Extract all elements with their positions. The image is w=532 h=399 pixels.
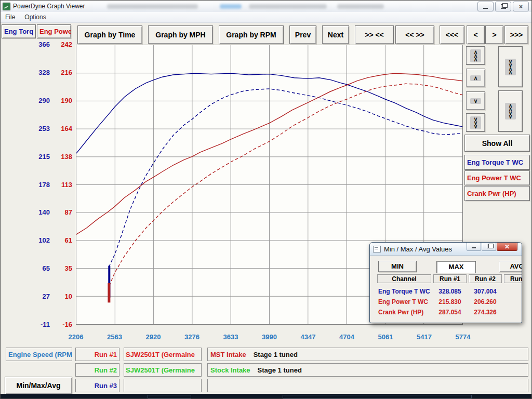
y-tick-power: 10 <box>50 292 72 300</box>
redacted-text <box>337 4 384 9</box>
dialog-minimize-button[interactable] <box>467 243 481 251</box>
minmax-dialog-body: MINMAXAVGChannelRun #1Run #2Run #3Eng To… <box>370 256 522 323</box>
channel-button-0[interactable]: Eng Torque T WC <box>464 155 530 170</box>
run-file-box-2[interactable]: SJW2501T (Germaine <box>124 363 202 377</box>
chevron-icon: ∧∧∨∨ <box>505 103 515 119</box>
minmax-dialog-titlebar[interactable]: Min / Max / Avg Values ✕ <box>370 243 522 256</box>
menu-options[interactable]: Options <box>20 12 50 22</box>
dialog-close-icon: ✕ <box>504 243 510 250</box>
max-value-run1: 215.830 <box>433 298 467 305</box>
y-tick-torque: 366 <box>28 41 50 48</box>
channel-button-1[interactable]: Eng Power T WC <box>464 170 530 185</box>
y-tick-torque: 102 <box>28 236 50 244</box>
y-tick-torque: 290 <box>28 97 50 104</box>
scroll-button-tall-1[interactable]: ∧∧∨∨ <box>498 90 523 132</box>
x-tick-rpm: 4347 <box>291 333 325 341</box>
toolbar-button-[interactable]: >> << <box>355 25 394 44</box>
note-text: Stage 1 tuned <box>254 351 298 358</box>
minmaxavg-label: Min/Max/Avg <box>16 381 60 390</box>
y-tick-power: 138 <box>50 153 72 161</box>
run-label-box-2[interactable]: Run #2 <box>75 363 119 377</box>
scroll-button-tall-0[interactable]: ∨∨∧∧ <box>498 46 523 87</box>
toolbar-button-next[interactable]: Next <box>322 25 349 44</box>
max-value-run1: 328.085 <box>433 288 467 295</box>
note-tag-label: Stock Intake <box>210 366 250 374</box>
show-all-label: Show All <box>482 139 513 148</box>
toolbar-button-[interactable]: < <box>467 25 485 44</box>
menu-bar: File Options <box>1 12 531 23</box>
max-value-run2: 274.326 <box>469 309 502 316</box>
minmax-dialog-title: Min / Max / Avg Values <box>384 245 452 253</box>
minimize-button[interactable] <box>477 2 494 11</box>
redacted-text-highlighted <box>220 4 242 9</box>
toolbar-button-[interactable]: > <box>485 25 503 44</box>
run-file-label: SJW2501T (Germaine <box>126 351 195 358</box>
run-label: Run #1 <box>95 351 117 358</box>
y-tick-torque: 253 <box>28 125 50 132</box>
toolbar-button-prev[interactable]: Prev <box>289 25 316 44</box>
x-tick-rpm: 3990 <box>253 333 286 341</box>
y-tick-power: -16 <box>50 321 72 328</box>
chevron-glyph: ∨ <box>473 99 477 103</box>
tab-eng-torque-label: Eng Torq <box>4 28 33 35</box>
y-tick-power: 35 <box>50 264 72 272</box>
column-header-0: Channel <box>377 274 431 283</box>
y-tick-torque: 328 <box>28 69 50 76</box>
y-tick-power: 113 <box>50 181 72 189</box>
mode-button-avg[interactable]: AVG <box>499 261 522 272</box>
minmaxavg-button[interactable]: Min/Max/Avg <box>5 377 72 394</box>
run-note-box-1[interactable]: MST IntakeStage 1 tuned <box>207 348 528 361</box>
tab-eng-torque-axis[interactable]: Eng Torq <box>2 24 36 38</box>
chevron-glyph: ∧ <box>473 76 477 80</box>
chevron-glyph: ∨ <box>508 115 512 118</box>
max-value-run1: 287.054 <box>433 309 467 316</box>
scroll-button-small-0[interactable]: ∧∧∧ <box>466 46 485 65</box>
mode-button-max[interactable]: MAX <box>436 261 476 273</box>
tab-eng-power-axis[interactable]: Eng Power <box>37 24 71 38</box>
x-tick-rpm: 5417 <box>408 333 441 341</box>
x-channel-box[interactable]: Engine Speed (RPM) <box>6 348 72 361</box>
run-note-box-2[interactable]: Stock IntakeStage 1 tuned <box>207 363 528 377</box>
scroll-button-small-3[interactable]: ∨∨∨ <box>466 113 485 132</box>
show-all-button[interactable]: Show All <box>464 135 530 152</box>
x-channel-label: Engine Speed (RPM) <box>8 351 72 358</box>
run-file-label: SJW2501T (Germaine <box>126 366 195 374</box>
chevron-icon: ∨ <box>470 98 481 104</box>
close-icon: × <box>519 4 523 10</box>
column-header-2: Run #2 <box>469 274 502 283</box>
channel-name: Eng Torque T WC <box>378 288 430 295</box>
chevron-glyph: ∧ <box>473 58 477 61</box>
scroll-button-small-2[interactable]: ∨ <box>466 91 485 110</box>
run-label-box-3[interactable]: Run #3 <box>75 379 119 392</box>
toolbar-button-graph-by-time[interactable]: Graph by Time <box>77 25 142 44</box>
toolbar-button-graph-by-rpm[interactable]: Graph by RPM <box>219 25 284 44</box>
run-file-box-1[interactable]: SJW2501T (Germaine <box>124 348 202 361</box>
y-tick-torque: 215 <box>28 153 50 161</box>
restore-button[interactable] <box>495 2 511 11</box>
note-tag-label: MST Intake <box>210 351 246 358</box>
toolbar-button-[interactable]: << >> <box>395 25 434 44</box>
dialog-close-button[interactable]: ✕ <box>497 243 517 251</box>
minimize-icon <box>483 8 488 9</box>
chevron-icon: ∨∨∧∧ <box>505 59 515 75</box>
channel-button-2[interactable]: Crank Pwr (HP) <box>464 186 530 201</box>
taskbar-ghost-button <box>148 395 191 398</box>
mode-button-min[interactable]: MIN <box>378 261 417 272</box>
toolbar-button-graph-by-mph[interactable]: Graph by MPH <box>148 25 213 44</box>
run-file-box-3[interactable] <box>124 379 202 392</box>
chevron-glyph: ∧ <box>508 71 512 74</box>
dialog-restore-button[interactable] <box>482 243 496 251</box>
run-label: Run #2 <box>95 366 117 374</box>
close-button[interactable]: × <box>513 2 529 11</box>
toolbar-button-[interactable]: >>> <box>504 25 528 44</box>
x-tick-rpm: 3633 <box>214 333 247 341</box>
minmax-dialog: Min / Max / Avg Values ✕ MINMAXAVGChanne… <box>369 242 522 323</box>
x-tick-rpm: 3276 <box>176 333 209 341</box>
scroll-button-small-1[interactable]: ∧ <box>466 69 485 87</box>
title-bar[interactable]: PowerDyne Graph Viewer × <box>1 1 531 12</box>
run-note-box-3[interactable] <box>207 379 528 392</box>
run-label-box-1[interactable]: Run #1 <box>75 348 119 361</box>
menu-file[interactable]: File <box>1 12 20 22</box>
toolbar-button-[interactable]: <<< <box>440 25 464 44</box>
app-icon <box>3 3 10 10</box>
